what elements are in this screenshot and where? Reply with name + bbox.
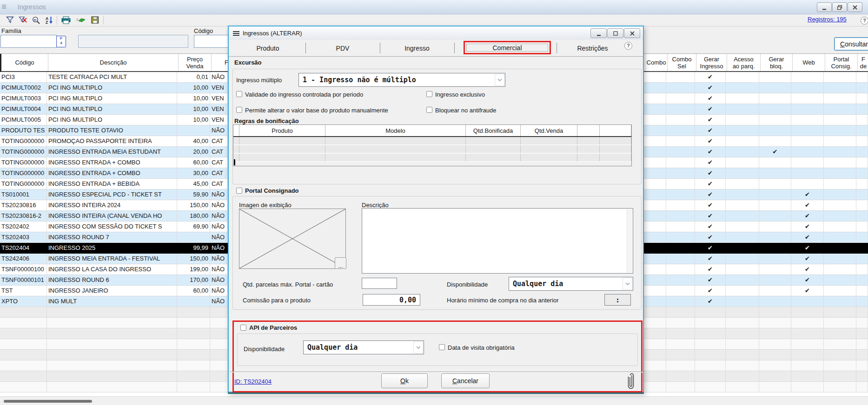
browse-image-button[interactable]: ... <box>335 257 346 269</box>
disponibilidade-select[interactable]: Qualquer dia <box>509 277 633 291</box>
cell-bloq <box>759 360 791 371</box>
exclusivo-checkbox[interactable] <box>426 91 432 97</box>
scrollbar-thumb[interactable] <box>4 400 92 403</box>
cell-gi: ✔ <box>695 147 726 157</box>
tab-restricoes[interactable]: Restrições <box>563 40 622 56</box>
cell-fam <box>210 339 228 350</box>
cell-combo_sel <box>666 115 695 125</box>
cell-desc: INGRESSO LA CASA DO INGRESSO <box>47 264 177 275</box>
cell-combo <box>644 157 666 168</box>
tab-ingresso[interactable]: Ingresso <box>387 40 447 56</box>
portal-consignado-checkbox[interactable] <box>236 188 242 194</box>
dialog-maximize-button[interactable] <box>607 28 623 38</box>
comissao-input[interactable]: 0,00 <box>363 294 420 306</box>
menu-icon <box>233 30 239 36</box>
column-header-codigo[interactable]: Código <box>1 54 48 71</box>
minimize-button[interactable] <box>817 2 832 12</box>
cell-preco <box>177 125 210 136</box>
help-icon[interactable]: ? <box>861 17 868 25</box>
filter-icon[interactable] <box>5 16 16 24</box>
descricao-textarea[interactable] <box>362 208 633 274</box>
sort-az-icon[interactable]: AZ <box>44 16 55 24</box>
consultar-button[interactable]: Consultar <box>834 37 868 51</box>
textarea-scrollbar[interactable] <box>627 209 632 273</box>
cell-web: ✔ <box>791 264 824 275</box>
cell-combo_sel <box>666 179 695 189</box>
regras-header-Qtd.Bonificada: Qtd.Bonificada <box>466 125 521 136</box>
cell-combo_sel <box>666 104 695 115</box>
cell-fam: NÃO <box>210 72 228 83</box>
save-icon[interactable] <box>89 16 100 24</box>
dialog-close-button[interactable] <box>624 28 640 38</box>
cell-web: ✔ <box>791 232 824 243</box>
cell-desc: INGRESSO ENTRADA + BEBIDA <box>47 179 177 189</box>
cell-acesso <box>726 350 759 360</box>
column-header-acesso[interactable]: Acessoao parq. <box>727 54 761 71</box>
cell-desc: TESTE CATRACA PCI MULT <box>47 72 177 83</box>
cell-fam: VEN <box>210 93 228 104</box>
cell-combo <box>644 350 666 360</box>
ingresso-multiplo-select[interactable]: 1 - Ingresso não é múltiplo <box>298 73 505 87</box>
id-link[interactable]: ID: TS202404 <box>234 378 272 385</box>
regras-cell <box>239 154 325 161</box>
clear-filter-icon[interactable] <box>18 16 29 24</box>
restore-button[interactable] <box>832 2 847 12</box>
cell-combo <box>644 200 666 211</box>
column-header-combo_sel[interactable]: ComboSel <box>668 54 696 71</box>
tab-produto[interactable]: Produto <box>238 40 298 56</box>
dialog-help-icon[interactable]: ? <box>624 42 632 50</box>
cell-preco <box>177 232 210 243</box>
api-disponibilidade-label: Disponibilidade <box>244 346 285 353</box>
cell-preco <box>177 382 210 392</box>
chevron-down-icon[interactable] <box>495 74 504 86</box>
chevron-down-icon[interactable] <box>623 278 632 290</box>
cell-combo <box>644 125 666 136</box>
tab-pdv[interactable]: PDV <box>312 40 373 56</box>
cancelar-button[interactable]: Cancelar <box>441 373 490 388</box>
svg-text:Z: Z <box>46 20 48 24</box>
column-header-preco[interactable]: PreçoVenda <box>179 54 212 71</box>
bloquear-antifraude-checkbox[interactable] <box>426 107 432 113</box>
column-header-combo[interactable]: Combo <box>645 54 668 71</box>
find-icon[interactable]: n <box>31 16 42 24</box>
cell-desc: INGRESSO ESPECIAL PCD - TICKET ST <box>47 189 177 200</box>
print-icon[interactable] <box>60 16 72 24</box>
f4-lookup-button[interactable]: F4 <box>56 36 66 47</box>
close-button[interactable] <box>848 2 862 12</box>
regras-bonificacao-grid[interactable]: ProdutoModeloQtd.BonificadaQtd.Venda <box>233 124 632 166</box>
regras-cell <box>577 145 600 153</box>
regras-empty-row[interactable] <box>233 137 631 145</box>
column-header-bloq[interactable]: Gerarbloq. <box>761 54 793 71</box>
cell-fam: NÃO <box>210 189 228 200</box>
registros-link[interactable]: Registros: 195 <box>808 16 847 23</box>
familia-input[interactable] <box>0 35 57 48</box>
chevron-down-icon[interactable] <box>413 341 423 353</box>
dialog-minimize-button[interactable] <box>590 28 607 38</box>
cell-combo_sel <box>666 136 695 147</box>
qtd-parcelas-input[interactable] <box>362 278 397 289</box>
column-header-portal[interactable]: PortalConsig. <box>825 54 858 71</box>
column-header-desc[interactable]: Descrição <box>48 54 179 71</box>
tab-comercial-active[interactable]: Comercial <box>464 41 551 54</box>
cell-preco <box>177 318 210 328</box>
cell-combo <box>644 296 666 307</box>
regras-empty-row[interactable] <box>233 154 631 162</box>
column-header-fam[interactable]: F <box>212 54 229 71</box>
cell-portal <box>824 360 856 371</box>
data-visita-checkbox[interactable] <box>439 344 445 350</box>
column-header-gi[interactable]: GerarIngresso <box>696 54 727 71</box>
horario-minimo-input[interactable]: : <box>604 294 631 306</box>
api-disponibilidade-select[interactable]: Qualquer dia <box>303 340 424 354</box>
column-header-web[interactable]: Web <box>793 54 825 71</box>
api-parceiros-checkbox[interactable] <box>240 325 246 331</box>
regras-empty-row[interactable] <box>233 145 631 154</box>
send-icon[interactable] <box>75 16 86 24</box>
imagem-placeholder[interactable] <box>239 209 346 269</box>
permite-alterar-checkbox[interactable] <box>236 107 242 113</box>
validade-checkbox[interactable] <box>236 91 242 97</box>
cell-gi: ✔ <box>695 136 726 147</box>
ok-button[interactable]: Ok <box>381 373 428 388</box>
familia-name-input[interactable] <box>78 35 188 48</box>
column-header-part[interactable]: Fde <box>858 54 868 71</box>
horizontal-scrollbar[interactable] <box>0 396 868 405</box>
